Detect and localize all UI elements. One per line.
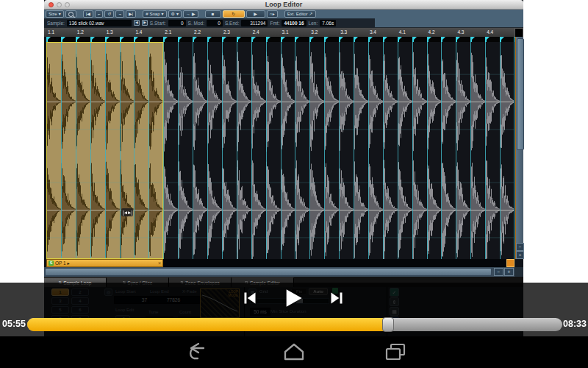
horizontal-scrollbar[interactable]: − +: [44, 267, 523, 277]
ruler-label: 4.1: [399, 29, 406, 35]
send-label: S.End:: [225, 21, 240, 26]
beat-ruler[interactable]: 1.11.21.31.42.12.22.32.43.13.23.33.44.14…: [44, 27, 523, 37]
sample-name-field[interactable]: 136 slick 02.wav: [67, 20, 132, 26]
smod-label: S. Mod:: [188, 21, 204, 26]
horizontal-scrollbar-thumb[interactable]: [45, 268, 492, 276]
zoom-out-horizontal-button[interactable]: −: [494, 268, 503, 276]
window-title: Loop Editor: [44, 0, 523, 9]
progress-fill: [27, 318, 388, 331]
total-time: 08:33: [563, 319, 587, 329]
ruler-label: 4.3: [457, 29, 464, 35]
zoom-in-horizontal-button[interactable]: +: [504, 268, 514, 276]
region-name: OP 1 ▸: [55, 261, 70, 266]
len-label: Len:: [309, 21, 318, 26]
player-overlay: 05:55 08:33: [0, 283, 588, 336]
goto-start-button[interactable]: |◀: [83, 10, 93, 18]
stop-button[interactable]: ■: [205, 10, 221, 18]
fmt-field: 44100 16: [282, 20, 306, 26]
gear-dropdown[interactable]: ⚙▾: [168, 10, 182, 18]
size-dropdown[interactable]: Size▾: [46, 10, 64, 18]
editor-toolbar: Size▾ |◀ ⌐ ↺ ¬ ▶| #Snap▾ ⚙▾ →▶ ■ ↻ ▶ ∩▸ …: [44, 10, 523, 18]
sample-infobar: Sample: 136 slick 02.wav ◀ ▶ S.Start: 0 …: [44, 18, 523, 27]
goto-end-button[interactable]: ▶|: [126, 10, 136, 18]
sample-label: Sample:: [47, 21, 65, 26]
tablet-screen: Loop Editor Size▾ |◀ ⌐ ↺ ¬ ▶| #Snap▾ ⚙▾ …: [0, 0, 588, 368]
ruler-label: 1.1: [48, 29, 54, 35]
recents-icon[interactable]: [384, 342, 407, 362]
region-right-handle[interactable]: [506, 259, 514, 267]
ruler-label: 3.4: [370, 29, 376, 35]
send-field[interactable]: 311294: [241, 20, 268, 26]
ruler-label: 3.1: [282, 29, 289, 35]
solo-badge[interactable]: S: [49, 261, 54, 266]
slice-trim-cursor-icon: |◄►|: [121, 208, 133, 216]
loop-start-button[interactable]: ⌐: [95, 10, 104, 18]
vertical-scrollbar-thumb[interactable]: [517, 38, 524, 150]
progress-handle[interactable]: [382, 317, 394, 332]
prev-sample-button[interactable]: ◀: [134, 20, 140, 26]
ruler-label: 1.3: [107, 29, 113, 35]
region-close-icon[interactable]: ×: [158, 261, 161, 266]
follow-playback-button[interactable]: →▶: [183, 10, 198, 18]
android-navbar: [0, 336, 588, 368]
home-icon[interactable]: [282, 342, 306, 362]
ruler-label: 2.4: [253, 29, 259, 35]
scrollbar-corner: [514, 267, 523, 277]
transport-controls: [243, 287, 344, 309]
ruler-label: 3.2: [311, 29, 318, 35]
ruler-label: 1.4: [135, 29, 142, 35]
magnifier-icon[interactable]: [65, 10, 76, 18]
zoom-in-vertical-button[interactable]: +: [516, 251, 524, 259]
progress-row: 05:55 08:33: [0, 316, 588, 334]
waveform-display[interactable]: [46, 37, 514, 259]
selected-region-bar[interactable]: S OP 1 ▸ ×: [46, 259, 163, 267]
smod-field[interactable]: 0: [207, 20, 223, 26]
ruler-label: 2.2: [194, 29, 201, 35]
window-titlebar[interactable]: Loop Editor: [44, 0, 523, 10]
ruler-label: 1.2: [77, 29, 84, 35]
zoom-out-vertical-button[interactable]: −: [516, 243, 524, 251]
ruler-label: 3.3: [340, 29, 347, 35]
fmt-label: Fmt:: [270, 21, 279, 26]
sstart-label: S.Start:: [150, 21, 166, 26]
skip-previous-icon[interactable]: [243, 289, 257, 307]
snap-dropdown[interactable]: #Snap▾: [143, 10, 166, 18]
ruler-label: 2.3: [223, 29, 230, 35]
play-button[interactable]: ▶: [246, 10, 265, 18]
ext-editor-button[interactable]: Ext. Editor↗: [284, 10, 316, 18]
sstart-field[interactable]: 0: [168, 20, 186, 26]
loop-end-button[interactable]: ¬: [115, 10, 124, 18]
vertical-scrollbar[interactable]: − +: [515, 37, 523, 259]
loop-icon[interactable]: ↺: [104, 10, 114, 18]
progress-track[interactable]: [27, 318, 562, 331]
monitor-headphone-icon[interactable]: ∩▸: [267, 10, 278, 18]
ruler-label: 4.4: [487, 29, 493, 35]
cycle-button[interactable]: ↻: [223, 10, 245, 18]
ruler-label: 2.1: [165, 29, 171, 35]
region-strip: S OP 1 ▸ ×: [46, 259, 514, 267]
back-icon[interactable]: [184, 342, 207, 362]
next-sample-button[interactable]: ▶: [142, 20, 148, 26]
len-field: 7.06s: [320, 20, 336, 26]
current-time: 05:55: [2, 319, 26, 329]
play-icon[interactable]: [283, 288, 304, 308]
ruler-label: 4.2: [429, 29, 435, 35]
skip-next-icon[interactable]: [329, 289, 344, 307]
